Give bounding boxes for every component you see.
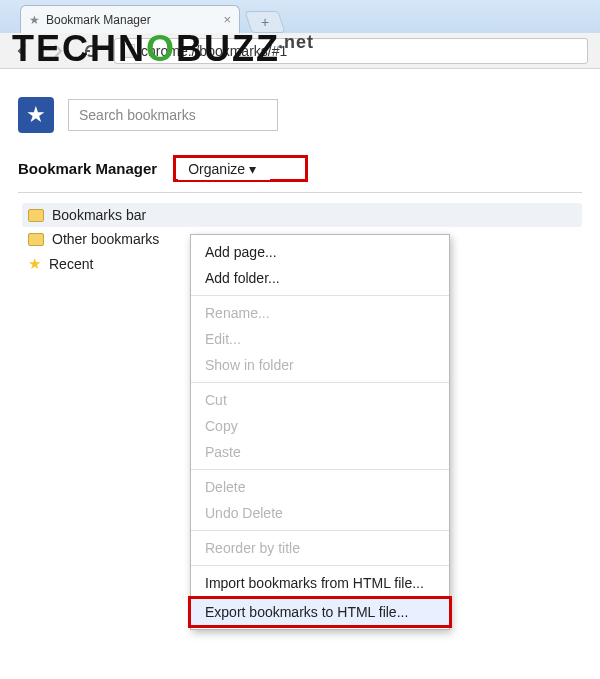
organize-menu: Add page... Add folder... Rename... Edit… [190,234,450,630]
page-title: Bookmark Manager [18,160,157,177]
menu-copy: Copy [191,413,449,439]
menu-export[interactable]: Export bookmarks to HTML file... [191,599,449,625]
menu-separator [191,295,449,296]
browser-tab[interactable]: ★ Bookmark Manager × [20,5,240,33]
menu-cut: Cut [191,387,449,413]
reload-button[interactable] [80,40,102,62]
menu-rename: Rename... [191,300,449,326]
chevron-down-icon: ▾ [245,161,256,177]
menu-delete: Delete [191,474,449,500]
search-input[interactable]: Search bookmarks [68,99,278,131]
star-icon: ★ [29,13,40,27]
menu-reorder: Reorder by title [191,535,449,561]
menu-add-page[interactable]: Add page... [191,239,449,265]
menu-undo-delete: Undo Delete [191,500,449,526]
address-bar[interactable]: chrome://bookmarks/#1 [114,38,588,64]
back-button[interactable] [12,40,34,62]
organize-highlight: Organize ▾ [173,155,308,182]
new-tab-button[interactable]: + [244,11,285,33]
search-placeholder: Search bookmarks [79,107,196,123]
close-icon[interactable]: × [223,12,231,27]
page-icon [121,44,135,58]
tree-item-bookmarks-bar[interactable]: Bookmarks bar [22,203,582,227]
forward-button[interactable] [46,40,68,62]
menu-separator [191,469,449,470]
tab-title: Bookmark Manager [46,13,217,27]
menu-import[interactable]: Import bookmarks from HTML file... [191,570,449,596]
menu-paste: Paste [191,439,449,465]
tree-item-label: Bookmarks bar [52,207,146,223]
url-text: chrome://bookmarks/#1 [141,43,287,59]
menu-show-in-folder: Show in folder [191,352,449,378]
menu-separator [191,530,449,531]
tree-item-label: Other bookmarks [52,231,159,247]
menu-separator [191,565,449,566]
tree-item-label: Recent [49,256,93,272]
menu-add-folder[interactable]: Add folder... [191,265,449,291]
divider [18,192,582,193]
plus-icon: + [261,14,269,30]
export-highlight: Export bookmarks to HTML file... [188,596,452,628]
tab-strip: ★ Bookmark Manager × + [0,0,600,33]
menu-separator [191,382,449,383]
organize-button[interactable]: Organize ▾ [178,158,270,180]
folder-icon [28,209,44,222]
browser-toolbar: chrome://bookmarks/#1 [0,33,600,69]
star-icon: ★ [28,255,41,273]
folder-icon [28,233,44,246]
bookmarks-logo: ★ [18,97,54,133]
menu-edit: Edit... [191,326,449,352]
